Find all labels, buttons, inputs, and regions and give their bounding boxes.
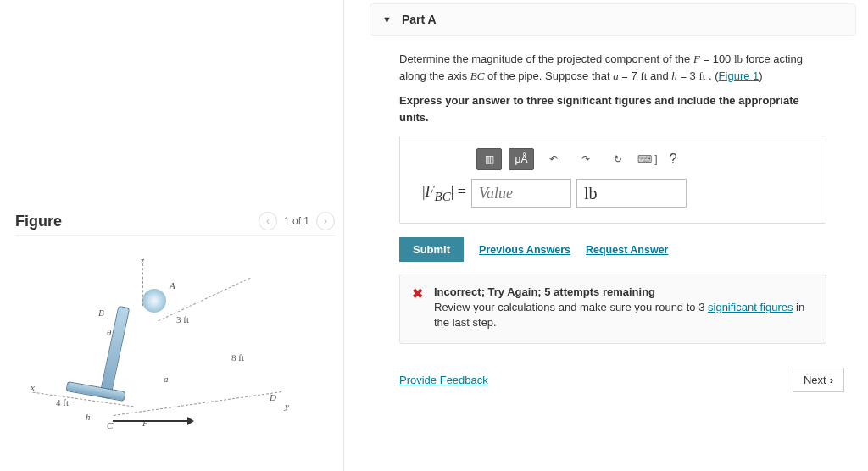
pager-status: 1 of 1 [284,215,309,227]
keyboard-button[interactable]: ⌨ ] [637,148,658,170]
pager-prev-button[interactable]: ‹ [259,212,277,230]
label-h: h [86,412,91,422]
help-button[interactable]: ? [670,152,677,167]
undo-button[interactable]: ↶ [541,148,566,170]
templates-button[interactable]: ▥ [476,148,502,170]
chevron-right-icon: › [830,374,833,386]
label-z: z [141,255,144,265]
label-B: B [98,308,104,318]
label-8ft: 8 ft [231,352,244,363]
figure-title: Figure [15,213,62,230]
pager-next-button[interactable]: › [316,212,335,230]
feedback-title: Incorrect; Try Again; 5 attempts remaini… [434,285,814,300]
label-4ft: 4 ft [56,397,69,407]
label-a: a [164,374,169,384]
part-title: Part A [402,13,437,26]
label-x: x [31,382,35,392]
answer-lhs: ||FFBC| = [415,183,466,204]
units-input[interactable] [576,179,687,208]
figure-link[interactable]: Figure 1 [719,69,760,82]
request-answer-link[interactable]: Request Answer [586,244,668,256]
submit-button[interactable]: Submit [399,237,464,262]
previous-answers-link[interactable]: Previous Answers [479,244,570,256]
label-A: A [170,280,175,291]
next-button[interactable]: Next› [793,368,844,392]
label-theta: θ [107,327,111,337]
figure-pager: ‹ 1 of 1 › [259,212,335,230]
redo-button[interactable]: ↷ [573,148,598,170]
part-header[interactable]: ▼ Part A [370,3,856,36]
collapse-caret-icon: ▼ [382,14,392,25]
answer-box: ▥ μÅ ↶ ↷ ↻ ⌨ ] ? ||FFBC| = [399,136,826,224]
feedback-body: Review your calculations and make sure y… [434,300,814,330]
units-picker-button[interactable]: μÅ [509,148,534,170]
value-input[interactable] [471,179,571,208]
label-F: F [142,418,148,428]
label-y: y [285,401,289,411]
label-D: D [270,392,276,402]
figure-diagram: z A B θ 3 ft 8 ft a x 4 ft h C F D y [15,255,287,433]
reset-button[interactable]: ↻ [605,148,631,170]
incorrect-icon: ✖ [412,285,423,303]
label-3ft: 3 ft [176,314,189,324]
sigfig-link[interactable]: significant figures [708,301,793,313]
question-prompt: Determine the magnitude of the projected… [399,51,826,125]
feedback-box: ✖ Incorrect; Try Again; 5 attempts remai… [399,274,826,344]
provide-feedback-link[interactable]: Provide Feedback [399,374,488,386]
instruction-bold: Express your answer to three significant… [399,92,826,125]
